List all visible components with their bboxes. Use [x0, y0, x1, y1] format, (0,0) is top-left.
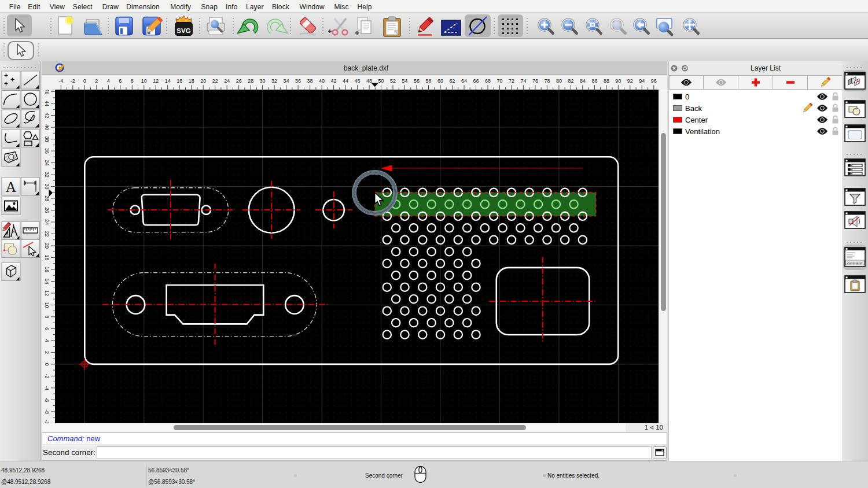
svg-text:SVG: SVG — [176, 27, 190, 34]
svg-text:36: 36 — [295, 78, 301, 84]
svg-text:20: 20 — [200, 78, 206, 84]
svg-text:46: 46 — [355, 78, 361, 84]
svg-text:70: 70 — [496, 78, 502, 84]
svg-text:52: 52 — [390, 78, 396, 84]
svg-text:72: 72 — [509, 78, 514, 84]
svg-text:64: 64 — [461, 78, 467, 84]
svg-text:24: 24 — [224, 78, 230, 84]
svg-text:2: 2 — [95, 78, 98, 84]
svg-text:42: 42 — [331, 78, 337, 84]
svg-text:82: 82 — [568, 78, 573, 84]
svg-text:-6: -6 — [44, 397, 50, 402]
svg-text:40: 40 — [319, 78, 325, 84]
svg-text:6: 6 — [119, 78, 122, 84]
svg-text:94: 94 — [639, 78, 645, 84]
svg-text:50: 50 — [378, 78, 384, 84]
svg-text:38: 38 — [307, 78, 313, 84]
svg-text:86: 86 — [591, 78, 597, 84]
svg-text:12: 12 — [44, 290, 50, 296]
svg-text:24: 24 — [44, 219, 50, 225]
svg-text:54: 54 — [402, 78, 407, 84]
svg-text:16: 16 — [176, 78, 182, 84]
svg-text:30: 30 — [44, 184, 50, 190]
svg-text:74: 74 — [520, 78, 526, 84]
svg-text:4: 4 — [107, 78, 110, 84]
svg-text:90: 90 — [615, 78, 621, 84]
svg-text:32: 32 — [44, 172, 50, 178]
svg-text:96: 96 — [651, 78, 657, 84]
svg-text:46: 46 — [44, 90, 50, 95]
svg-text:30: 30 — [260, 78, 266, 84]
svg-text:14: 14 — [44, 278, 50, 284]
svg-text:2: 2 — [44, 351, 50, 354]
svg-text:0: 0 — [44, 363, 50, 365]
svg-text:12: 12 — [153, 78, 159, 84]
svg-text:10: 10 — [44, 302, 50, 308]
svg-text:40: 40 — [44, 124, 50, 130]
svg-text:78: 78 — [544, 78, 550, 84]
svg-text:10: 10 — [141, 78, 147, 84]
svg-text:16: 16 — [44, 267, 50, 272]
svg-text:34: 34 — [284, 78, 289, 84]
svg-text:22: 22 — [44, 231, 50, 236]
svg-text:92: 92 — [627, 78, 633, 84]
svg-text:56: 56 — [414, 78, 420, 84]
svg-text:20: 20 — [44, 243, 50, 249]
svg-text:command: command — [847, 261, 862, 265]
svg-text:62: 62 — [449, 78, 455, 84]
svg-text:34: 34 — [44, 160, 50, 166]
svg-text:6: 6 — [44, 327, 50, 330]
svg-text:48: 48 — [366, 78, 372, 84]
svg-text:76: 76 — [532, 78, 538, 84]
svg-text:36: 36 — [44, 148, 50, 154]
svg-text:84: 84 — [580, 78, 586, 84]
svg-text:18: 18 — [189, 78, 194, 84]
svg-text:26: 26 — [236, 78, 242, 84]
svg-text:80: 80 — [556, 78, 562, 84]
svg-text:32: 32 — [271, 78, 277, 84]
svg-text:4: 4 — [44, 339, 50, 342]
svg-text:8: 8 — [44, 315, 50, 318]
svg-text:42: 42 — [44, 113, 50, 119]
svg-text:28: 28 — [248, 78, 253, 84]
svg-text:26: 26 — [44, 207, 50, 213]
svg-text:-2: -2 — [44, 374, 50, 378]
svg-text:58: 58 — [425, 78, 431, 84]
svg-text:18: 18 — [44, 254, 50, 260]
svg-text:44: 44 — [44, 101, 50, 106]
svg-text:38: 38 — [44, 136, 50, 142]
svg-text:0: 0 — [83, 78, 86, 84]
svg-text:44: 44 — [343, 78, 348, 84]
svg-text:A: A — [6, 179, 17, 195]
svg-text:-2: -2 — [71, 78, 75, 84]
svg-text:-4: -4 — [58, 78, 63, 84]
svg-text:-4: -4 — [44, 386, 50, 390]
svg-text:60: 60 — [437, 78, 443, 84]
svg-text:68: 68 — [485, 78, 491, 84]
svg-text:14: 14 — [165, 78, 171, 84]
svg-text:66: 66 — [473, 78, 479, 84]
svg-text:88: 88 — [604, 78, 609, 84]
svg-text:22: 22 — [212, 78, 218, 84]
svg-text:8: 8 — [131, 78, 134, 84]
svg-text:-8: -8 — [44, 409, 50, 414]
